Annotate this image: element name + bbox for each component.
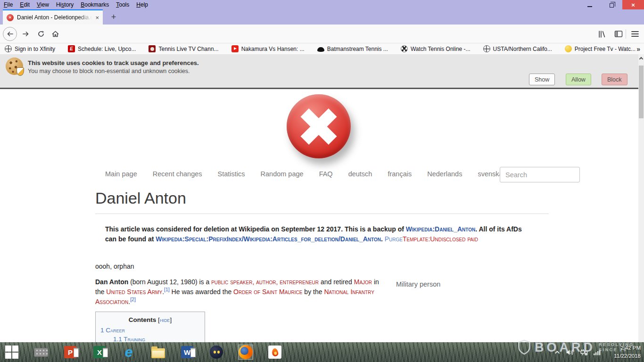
toc-hide-link[interactable]: hide [160, 316, 170, 323]
bookmark-batmanstream[interactable]: Batmanstream Tennis ... [317, 46, 388, 52]
excel-button[interactable]: X [92, 345, 107, 359]
undisclosed-paid-template-link[interactable]: Template:Undisclosed paid [403, 235, 478, 243]
toc-item-training[interactable]: 1.1 Training [100, 336, 200, 342]
taskbar-clock[interactable]: 2:42 PM 11/22/2018 [614, 344, 641, 360]
new-tab-button[interactable]: + [107, 11, 120, 23]
order-saint-maurice-link[interactable]: Order of Saint Maurice [233, 288, 302, 296]
nav-francais[interactable]: français [388, 170, 412, 178]
sidebar-button[interactable] [611, 27, 626, 41]
scroll-up-arrow-icon[interactable] [639, 57, 643, 61]
windows-logo-icon [5, 346, 18, 359]
bookmark-tennis-tv[interactable]: Tennis Live TV Chann... [149, 45, 218, 52]
nav-statistics[interactable]: Statistics [218, 170, 245, 178]
excel-icon: X [93, 346, 106, 358]
system-tray [554, 342, 602, 362]
reload-button[interactable] [34, 27, 48, 41]
close-window-button[interactable]: × [622, 0, 644, 9]
article-paragraph: Dan Anton (born August 12, 1980) is a pu… [95, 277, 385, 307]
nav-nederlands[interactable]: Nederlands [427, 170, 462, 178]
nav-main-page[interactable]: Main page [105, 170, 137, 178]
menu-edit[interactable]: Edit [20, 1, 30, 8]
menu-history[interactable]: History [56, 1, 74, 8]
bookmark-espn-schedule[interactable]: ESchedule: Live, Upco... [68, 45, 136, 52]
dark-app-button[interactable] [209, 345, 223, 359]
bookmark-label: Schedule: Live, Upco... [78, 46, 136, 52]
file-explorer-button[interactable] [151, 345, 165, 359]
author-link[interactable]: author [256, 278, 276, 286]
library-button[interactable] [594, 27, 609, 41]
menu-bookmarks[interactable]: Bookmarks [81, 1, 109, 8]
word-button[interactable]: W [180, 345, 194, 359]
volume-icon[interactable] [566, 349, 574, 356]
reference-2-link[interactable]: [2] [130, 296, 136, 302]
internet-explorer-icon: e [125, 346, 133, 358]
deletion-notice: This article was considered for deletion… [105, 224, 533, 244]
public-speaker-link[interactable]: public speaker [211, 278, 252, 286]
cookie-banner-title: This website uses cookies to track usage… [28, 59, 199, 66]
restore-button[interactable] [601, 0, 622, 9]
firefox-button-active[interactable] [239, 345, 253, 359]
wikipedia-backup-link[interactable]: Wikipedia:Daniel_Anton [406, 225, 475, 233]
us-army-link[interactable]: United States Army [106, 288, 162, 296]
internet-explorer-button[interactable]: e [122, 345, 136, 359]
tray-expand-chevron-icon[interactable] [554, 349, 561, 355]
bookmark-label: Batmanstream Tennis ... [327, 46, 388, 52]
nav-random-page[interactable]: Random page [261, 170, 304, 178]
bat-icon [317, 47, 324, 52]
bookmark-xfinity[interactable]: Sign in to Xfinity [5, 45, 55, 52]
menu-tools[interactable]: Tools [116, 1, 129, 8]
tab-close-icon[interactable]: × [95, 14, 99, 21]
toc-item-career[interactable]: 1 Career [100, 327, 200, 334]
entrepreneur-link[interactable]: entrepreneur [280, 278, 319, 286]
major-link[interactable]: Major [354, 278, 372, 286]
powerpoint-button[interactable]: P [63, 345, 77, 359]
touch-keyboard-button[interactable] [34, 345, 48, 359]
bookmark-usta[interactable]: USTA/Northern Califo... [483, 45, 552, 52]
menu-help[interactable]: Help [136, 1, 148, 8]
paragraph-text: He was awarded the [170, 288, 233, 296]
subject-name: Dan Anton [95, 278, 128, 286]
tab-title: Daniel Anton - Deletionpedia.o [17, 14, 92, 21]
cookie-block-button[interactable]: Block [602, 74, 627, 85]
tab-bar: × Daniel Anton - Deletionpedia.o × + [0, 9, 644, 25]
bookmark-youtube[interactable]: Nakamura Vs Hansen: ... [231, 45, 305, 52]
minimize-button[interactable] [579, 0, 601, 9]
bookmark-project-free-tv[interactable]: Project Free Tv - Watc... [565, 45, 636, 52]
search-input[interactable] [500, 167, 580, 182]
page-scrollbar[interactable] [638, 54, 644, 342]
home-button[interactable] [48, 27, 62, 41]
youtube-icon [231, 45, 239, 52]
bookmarks-overflow-chevron[interactable]: » [636, 45, 640, 53]
menu-file[interactable]: File [4, 1, 13, 8]
nav-deutsch[interactable]: deutsch [348, 170, 372, 178]
bookmark-label: Project Free Tv - Watc... [575, 46, 636, 52]
forward-button[interactable] [19, 27, 33, 41]
scrollbar-thumb[interactable] [639, 66, 644, 118]
back-button[interactable] [3, 27, 17, 41]
cookie-banner: This website uses cookies to track usage… [0, 54, 638, 89]
bookmark-watch-tennis[interactable]: Watch Tennis Online -... [401, 45, 471, 52]
site-navigation: Main page Recent changes Statistics Rand… [105, 170, 503, 178]
reference-1-link[interactable]: [1] [164, 287, 170, 292]
firefox-icon [239, 345, 253, 359]
afd-prefixindex-link[interactable]: Wikipedia:Special:PrefixIndex/Wikipedia:… [156, 235, 381, 243]
nav-faq[interactable]: FAQ [319, 170, 333, 178]
hamburger-menu-button[interactable] [628, 27, 642, 41]
menu-view[interactable]: View [37, 1, 49, 8]
globe-icon [5, 45, 12, 52]
cookie-allow-button[interactable]: Allow [566, 74, 591, 85]
orphan-note: oooh, orphan [95, 263, 134, 270]
page-title: Daniel Anton [95, 189, 549, 214]
network-signal-icon[interactable] [593, 349, 602, 355]
power-battery-icon[interactable] [579, 349, 588, 356]
soccer-ball-icon [401, 45, 408, 52]
home-icon [51, 30, 59, 38]
nav-recent-changes[interactable]: Recent changes [153, 170, 202, 178]
start-button[interactable] [5, 345, 19, 359]
nav-svenska[interactable]: svenska [478, 170, 503, 178]
yellow-dot-icon [565, 45, 572, 52]
flame-app-button[interactable] [268, 345, 282, 359]
active-tab[interactable]: × Daniel Anton - Deletionpedia.o × [3, 9, 103, 25]
cookie-show-button[interactable]: Show [529, 74, 555, 85]
purge-link[interactable]: Purge [385, 235, 403, 243]
